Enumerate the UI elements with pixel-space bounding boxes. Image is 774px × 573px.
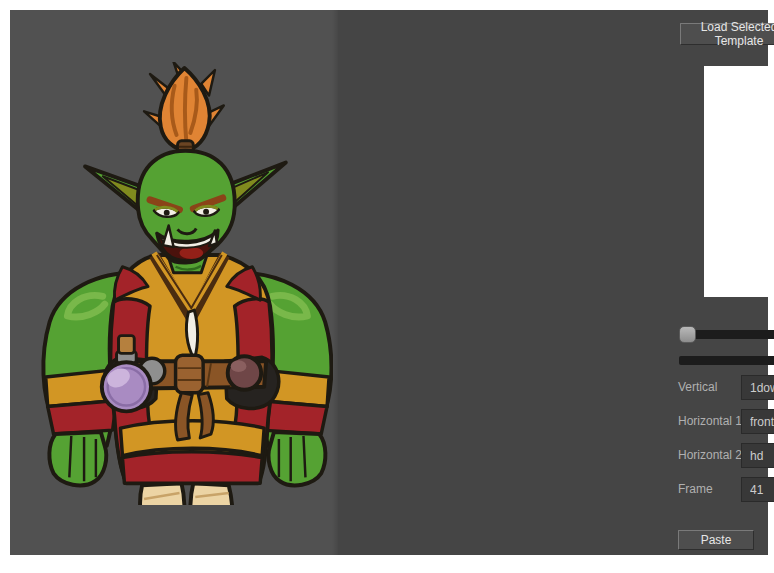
frame-field[interactable] [741, 477, 774, 502]
frame-scrub-slider[interactable] [679, 352, 774, 369]
controls-panel: Load Selected Template Orcus_QF_gr_4.tpl… [338, 10, 768, 555]
horizontal1-field-label: Horizontal 1 [678, 409, 742, 434]
vertical-field[interactable] [741, 375, 774, 400]
character-viewport [10, 10, 338, 555]
preview-horizontal-slider[interactable] [679, 326, 774, 343]
vertical-field-label: Vertical [678, 375, 717, 400]
orc-character-large [28, 62, 333, 505]
horizontal2-field-label: Horizontal 2 [678, 443, 742, 468]
frame-scrub-slider-track[interactable] [679, 356, 774, 365]
paste-template-dialog: Load Selected Template Orcus_QF_gr_4.tpl… [10, 10, 768, 555]
horizontal1-field[interactable] [741, 409, 774, 434]
paste-button[interactable]: Paste [678, 530, 754, 550]
template-preview [704, 66, 774, 297]
load-selected-template-button[interactable]: Load Selected Template [680, 23, 774, 45]
horizontal2-field[interactable] [741, 443, 774, 468]
frame-field-label: Frame [678, 477, 713, 502]
preview-horizontal-slider-thumb[interactable] [679, 326, 696, 343]
